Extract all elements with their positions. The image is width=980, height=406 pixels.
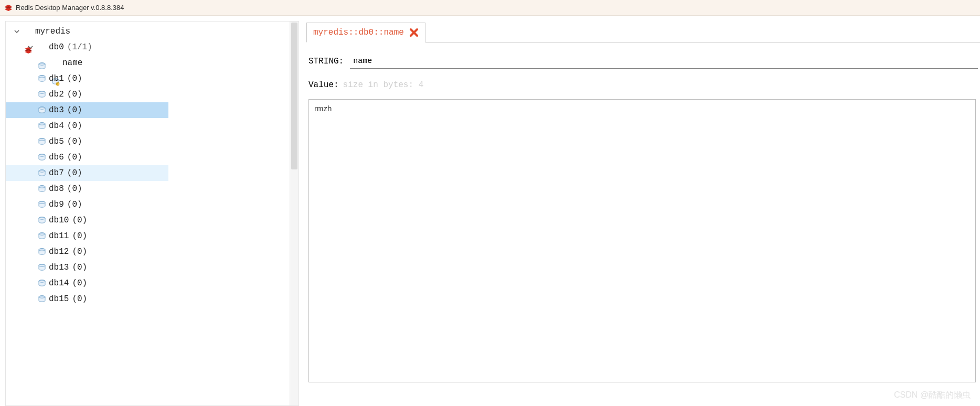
database-icon xyxy=(37,247,47,257)
db-label: db1 xyxy=(49,74,64,83)
redis-app-icon xyxy=(4,4,13,12)
watermark-text: CSDN @酷酷的懒虫 xyxy=(894,390,971,401)
connection-name: myredis xyxy=(35,27,70,36)
database-icon xyxy=(37,137,47,146)
db-count: (0) xyxy=(72,231,87,241)
value-label: Value: xyxy=(308,80,339,90)
connections-tree-panel: myredis db0 (1/1) name xyxy=(5,21,299,406)
db-count: (1/1) xyxy=(67,42,92,52)
database-icon xyxy=(37,42,47,52)
db-label: db4 xyxy=(49,121,64,131)
db-count: (0) xyxy=(67,137,82,146)
database-icon xyxy=(37,200,47,209)
database-icon xyxy=(37,105,47,115)
db-count: (0) xyxy=(67,184,82,194)
tree-scrollbar-thumb[interactable] xyxy=(291,23,297,169)
tab-key[interactable]: myredis::db0::name xyxy=(306,23,425,42)
db-label: db12 xyxy=(49,247,69,257)
database-icon xyxy=(37,168,47,178)
db-count: (0) xyxy=(67,121,82,131)
content-panel: myredis::db0::name STRING: Value: size i… xyxy=(302,16,980,406)
database-icon xyxy=(37,74,47,83)
db-label: db10 xyxy=(49,216,69,225)
tree-db-row[interactable]: db15(0) xyxy=(6,291,299,307)
db-label: db0 xyxy=(49,42,64,52)
db-label: db5 xyxy=(49,137,64,146)
key-label: name xyxy=(62,58,82,68)
database-icon xyxy=(37,153,47,162)
database-icon xyxy=(37,216,47,225)
db-label: db8 xyxy=(49,184,64,194)
tree-db-row[interactable]: db8(0) xyxy=(6,181,299,197)
svg-rect-10 xyxy=(57,83,58,84)
db-count: (0) xyxy=(67,105,82,115)
database-icon xyxy=(37,263,47,272)
db-label: db9 xyxy=(49,200,64,209)
db-count: (0) xyxy=(67,153,82,162)
db-label: db13 xyxy=(49,263,69,272)
tree-db-row[interactable]: db4(0) xyxy=(6,118,299,134)
database-icon xyxy=(37,121,47,131)
chevron-down-icon[interactable] xyxy=(27,44,34,51)
db-count: (0) xyxy=(67,168,82,178)
tabs-bar: myredis::db0::name xyxy=(306,20,980,42)
size-hint: size in bytes: 4 xyxy=(343,80,424,90)
tab-title: myredis::db0::name xyxy=(313,28,404,37)
db-count: (0) xyxy=(67,90,82,99)
db-label: db14 xyxy=(49,279,69,288)
db-label: db11 xyxy=(49,231,69,241)
tree-db-row[interactable]: db7(0) xyxy=(6,165,168,181)
db-count: (0) xyxy=(67,200,82,209)
db-count: (0) xyxy=(72,279,87,288)
db-count: (0) xyxy=(72,247,87,257)
window-titlebar: Redis Desktop Manager v.0.8.8.384 xyxy=(0,0,980,16)
db-label: db15 xyxy=(49,294,69,304)
tree-db-row[interactable]: db11(0) xyxy=(6,228,299,244)
tree-db-row[interactable]: db12(0) xyxy=(6,244,299,260)
db-label: db2 xyxy=(49,90,64,99)
database-icon xyxy=(37,279,47,288)
database-icon xyxy=(37,294,47,304)
close-icon[interactable] xyxy=(409,28,419,37)
redis-connection-icon xyxy=(24,27,33,36)
db-count: (0) xyxy=(67,74,82,83)
db-count: (0) xyxy=(72,263,87,272)
tree-connection-row[interactable]: myredis xyxy=(6,24,299,39)
database-icon xyxy=(37,90,47,99)
tree-scrollbar[interactable] xyxy=(290,22,299,405)
tree-db-row[interactable]: db6(0) xyxy=(6,149,299,165)
tree-db-row[interactable]: db13(0) xyxy=(6,260,299,275)
db-label: db3 xyxy=(49,105,64,115)
chevron-down-icon[interactable] xyxy=(13,28,20,35)
tree-db-row[interactable]: db9(0) xyxy=(6,197,299,212)
db-label: db6 xyxy=(49,153,64,162)
tree-db-row[interactable]: db5(0) xyxy=(6,134,299,149)
db-count: (0) xyxy=(72,294,87,304)
database-icon xyxy=(37,184,47,194)
db-count: (0) xyxy=(72,216,87,225)
database-icon xyxy=(37,231,47,241)
window-title: Redis Desktop Manager v.0.8.8.384 xyxy=(16,4,124,12)
key-icon xyxy=(51,58,60,68)
key-name-input[interactable] xyxy=(350,54,978,69)
type-label: STRING: xyxy=(308,57,344,66)
db-label: db7 xyxy=(49,168,64,178)
tree-db-row[interactable]: db10(0) xyxy=(6,212,299,228)
tree-db-row[interactable]: db14(0) xyxy=(6,275,299,291)
value-textarea[interactable] xyxy=(308,99,976,382)
